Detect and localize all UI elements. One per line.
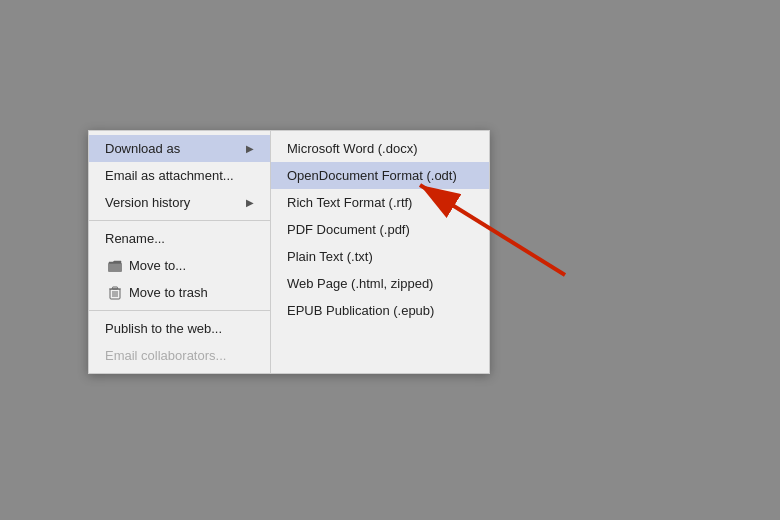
menu-item-label: Rename... xyxy=(105,231,165,246)
menu-item-label: Download as xyxy=(105,141,180,156)
menu-item-label: Rich Text Format (.rtf) xyxy=(287,195,412,210)
secondary-menu: Microsoft Word (.docx) OpenDocument Form… xyxy=(271,131,489,373)
menu-item-label: Web Page (.html, zipped) xyxy=(287,276,433,291)
folder-icon xyxy=(105,260,125,272)
menu-item-email-attachment[interactable]: Email as attachment... xyxy=(89,162,270,189)
menu-item-label: PDF Document (.pdf) xyxy=(287,222,410,237)
menu-separator-1 xyxy=(89,220,270,221)
menu-item-label: Publish to the web... xyxy=(105,321,222,336)
submenu-arrow-icon: ▶ xyxy=(246,143,254,154)
menu-item-label: EPUB Publication (.epub) xyxy=(287,303,434,318)
menu-item-label: Plain Text (.txt) xyxy=(287,249,373,264)
submenu-arrow-icon: ▶ xyxy=(246,197,254,208)
menu-item-label: Move to trash xyxy=(129,285,208,300)
menu-item-email-collaborators: Email collaborators... xyxy=(89,342,270,369)
menu-item-epub[interactable]: EPUB Publication (.epub) xyxy=(271,297,489,324)
context-menu: Download as ▶ Email as attachment... Ver… xyxy=(88,130,490,374)
menu-item-txt[interactable]: Plain Text (.txt) xyxy=(271,243,489,270)
menu-item-label: Microsoft Word (.docx) xyxy=(287,141,418,156)
menu-item-pdf[interactable]: PDF Document (.pdf) xyxy=(271,216,489,243)
primary-menu: Download as ▶ Email as attachment... Ver… xyxy=(89,131,271,373)
menu-item-publish[interactable]: Publish to the web... xyxy=(89,315,270,342)
menu-item-rename[interactable]: Rename... xyxy=(89,225,270,252)
menu-item-label: Email as attachment... xyxy=(105,168,234,183)
menu-item-label: Move to... xyxy=(129,258,186,273)
menu-item-download-as[interactable]: Download as ▶ xyxy=(89,135,270,162)
menu-item-move-to[interactable]: Move to... xyxy=(89,252,270,279)
menu-item-html[interactable]: Web Page (.html, zipped) xyxy=(271,270,489,297)
menu-item-label: Email collaborators... xyxy=(105,348,226,363)
menu-item-label: OpenDocument Format (.odt) xyxy=(287,168,457,183)
menu-item-move-to-trash[interactable]: Move to trash xyxy=(89,279,270,306)
trash-icon xyxy=(105,286,125,300)
menu-item-label: Version history xyxy=(105,195,190,210)
menu-item-rtf[interactable]: Rich Text Format (.rtf) xyxy=(271,189,489,216)
menu-item-version-history[interactable]: Version history ▶ xyxy=(89,189,270,216)
menu-item-odt[interactable]: OpenDocument Format (.odt) xyxy=(271,162,489,189)
menu-separator-2 xyxy=(89,310,270,311)
menu-item-docx[interactable]: Microsoft Word (.docx) xyxy=(271,135,489,162)
svg-rect-2 xyxy=(113,287,118,289)
